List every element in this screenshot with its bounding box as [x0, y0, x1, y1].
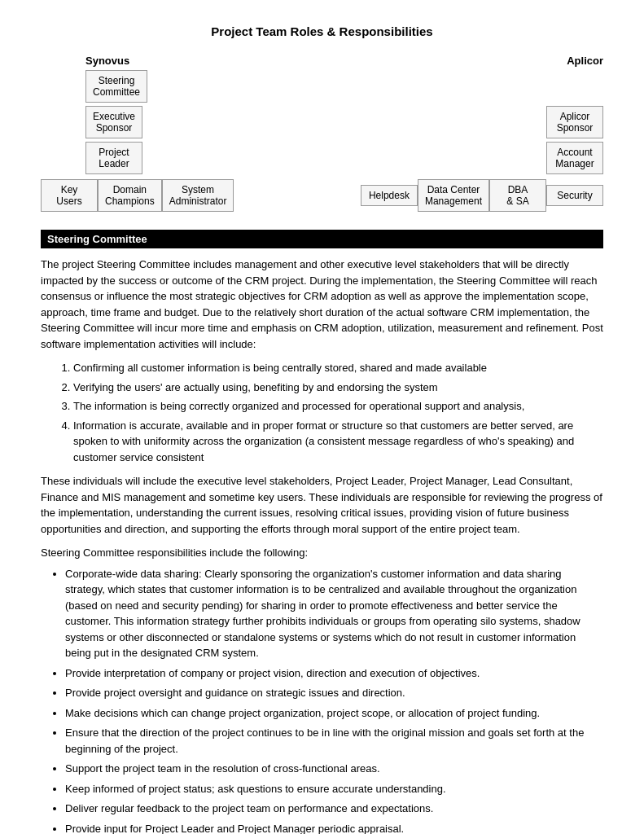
- list-item: Deliver regular feedback to the project …: [65, 801, 603, 817]
- list-item: Provide interpretation of company or pro…: [65, 665, 603, 682]
- aplicor-label: Aplicor: [567, 55, 603, 67]
- sc-paragraph-3: Steering Committee responsibilities incl…: [41, 545, 603, 561]
- list-item: Support the project team in the resoluti…: [65, 761, 603, 777]
- dba-sa-box: DBA & SA: [489, 179, 546, 212]
- steering-committee-box: Steering Committee: [85, 70, 147, 103]
- steering-committee-header: Steering Committee: [41, 230, 603, 248]
- page-title: Project Team Roles & Responsibilities: [41, 24, 603, 38]
- list-item: Corporate-wide data sharing: Clearly spo…: [65, 566, 603, 661]
- aplicor-sponsor-box: Aplicor Sponsor: [546, 106, 603, 138]
- list-item: Information is accurate, available and i…: [73, 418, 603, 466]
- synovus-label: Synovus: [85, 55, 567, 67]
- helpdesk-box: Helpdesk: [361, 185, 418, 206]
- account-manager-box: Account Manager: [546, 142, 603, 174]
- sc-paragraph-1: The project Steering Committee includes …: [41, 257, 603, 352]
- list-item: The information is being correctly organ…: [73, 398, 603, 415]
- data-center-management-box: Data Center Management: [418, 179, 489, 212]
- domain-champions-box: Domain Champions: [98, 179, 162, 212]
- steering-committee-section: Steering Committee The project Steering …: [41, 230, 603, 834]
- list-item: Ensure that the direction of the project…: [65, 725, 603, 757]
- system-administrator-box: System Administrator: [162, 179, 234, 212]
- sc-bullet-list: Corporate-wide data sharing: Clearly spo…: [65, 566, 603, 835]
- list-item: Provide input for Project Leader and Pro…: [65, 821, 603, 835]
- list-item: Confirming all customer information is b…: [73, 360, 603, 376]
- sc-numbered-list: Confirming all customer information is b…: [73, 360, 603, 465]
- list-item: Keep informed of project status; ask que…: [65, 781, 603, 797]
- security-box: Security: [546, 185, 603, 206]
- key-users-box: Key Users: [41, 179, 98, 212]
- sc-paragraph-2: These individuals will include the execu…: [41, 473, 603, 537]
- list-item: Provide project oversight and guidance o…: [65, 685, 603, 701]
- executive-sponsor-box: Executive Sponsor: [85, 106, 142, 138]
- org-chart: Synovus Aplicor Steering Committee Execu…: [41, 55, 603, 215]
- list-item: Make decisions which can change project …: [65, 705, 603, 722]
- list-item: Verifying the users' are actually using,…: [73, 380, 603, 396]
- project-leader-box: Project Leader: [85, 142, 142, 174]
